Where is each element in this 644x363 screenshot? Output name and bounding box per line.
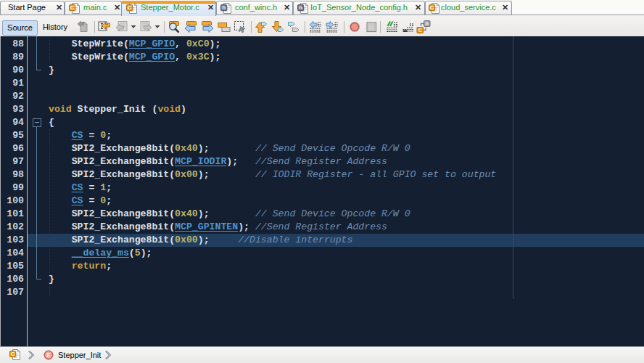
svg-text:h: h [426, 21, 429, 26]
svg-text:F: F [47, 352, 51, 359]
svg-text:C: C [418, 28, 422, 33]
